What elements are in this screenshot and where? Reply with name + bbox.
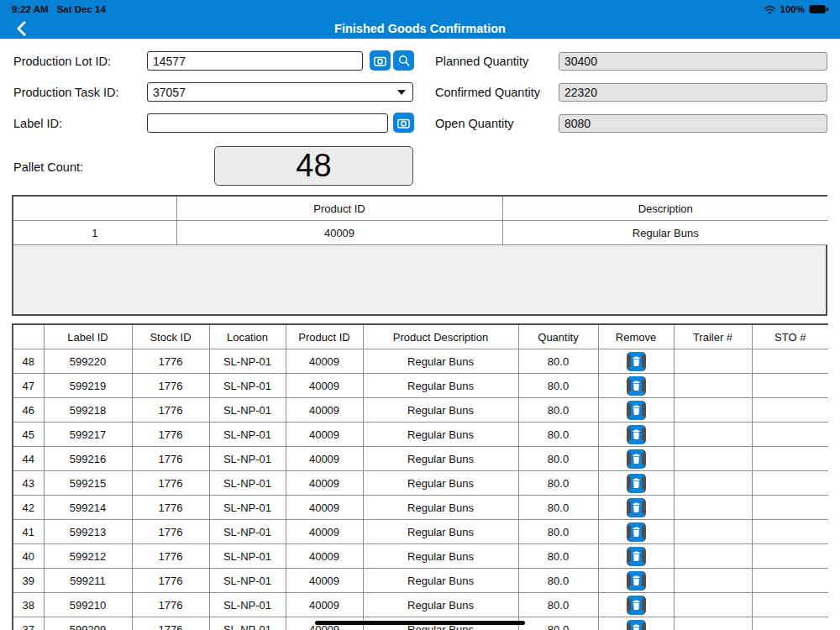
table-row[interactable]: 445992161776SL-NP-0140009Regular Buns80.… xyxy=(13,447,828,471)
product-panel-empty-area xyxy=(13,245,826,314)
column-header-description: Description xyxy=(502,197,828,221)
cell-sto xyxy=(752,496,828,520)
table-row[interactable]: 425992141776SL-NP-0140009Regular Buns80.… xyxy=(13,496,828,520)
trash-icon xyxy=(627,355,645,367)
home-indicator[interactable] xyxy=(315,621,525,625)
row-number: 39 xyxy=(13,569,44,593)
row-number: 43 xyxy=(13,471,44,496)
remove-row-button[interactable] xyxy=(627,571,646,591)
remove-row-button[interactable] xyxy=(627,376,646,396)
production-task-select[interactable]: 37057 xyxy=(147,82,413,102)
row-number: 41 xyxy=(13,520,44,544)
cell-product-description: Regular Buns xyxy=(363,544,518,569)
cell-product-description: Regular Buns xyxy=(363,447,518,471)
caret-down-icon xyxy=(397,90,406,95)
trash-icon xyxy=(627,575,645,586)
table-row[interactable]: 435992151776SL-NP-0140009Regular Buns80.… xyxy=(13,471,828,496)
production-task-value: 37057 xyxy=(153,86,186,99)
row-number: 37 xyxy=(13,617,44,630)
lot-search-button[interactable] xyxy=(393,50,414,71)
cell-trailer xyxy=(674,520,752,544)
table-row[interactable]: 475992191776SL-NP-0140009Regular Buns80.… xyxy=(13,374,828,398)
chevron-left-icon xyxy=(17,21,26,36)
remove-row-button[interactable] xyxy=(627,596,646,615)
table-row[interactable]: 385992101776SL-NP-0140009Regular Buns80.… xyxy=(13,593,828,617)
table-row[interactable]: 415992131776SL-NP-0140009Regular Buns80.… xyxy=(13,520,828,544)
cell-stock-id: 1776 xyxy=(132,423,209,447)
row-number: 45 xyxy=(13,423,44,447)
cell-sto xyxy=(752,569,828,593)
remove-row-button[interactable] xyxy=(627,425,646,444)
cell-quantity: 80.0 xyxy=(518,398,598,423)
cell-product-id: 40009 xyxy=(286,471,363,496)
confirmed-quantity-label: Confirmed Quantity xyxy=(435,86,540,99)
production-lot-input[interactable] xyxy=(147,51,363,71)
status-bar: 9:22 AM Sat Dec 14 100% xyxy=(0,0,840,18)
trash-icon xyxy=(627,526,645,538)
cell-product-description: Regular Buns xyxy=(363,496,518,520)
lot-camera-button[interactable] xyxy=(370,50,391,71)
cell-location: SL-NP-01 xyxy=(209,617,286,630)
remove-row-button[interactable] xyxy=(627,401,646,420)
cell-stock-id: 1776 xyxy=(132,374,209,398)
cell-sto xyxy=(752,471,828,496)
table-row[interactable]: 455992171776SL-NP-0140009Regular Buns80.… xyxy=(13,423,828,447)
cell-location: SL-NP-01 xyxy=(209,398,286,423)
trash-icon xyxy=(627,380,645,391)
table-row[interactable]: 485992201776SL-NP-0140009Regular Buns80.… xyxy=(13,349,828,374)
cell-location: SL-NP-01 xyxy=(209,544,286,569)
cell-location: SL-NP-01 xyxy=(209,447,286,471)
cell-quantity: 80.0 xyxy=(518,423,598,447)
product-row[interactable]: 1 40009 Regular Buns xyxy=(13,221,828,245)
cell-product-id: 40009 xyxy=(286,447,363,471)
table-row[interactable]: 405992121776SL-NP-0140009Regular Buns80.… xyxy=(13,544,828,569)
remove-cell xyxy=(598,471,674,496)
cell-trailer xyxy=(674,544,752,569)
row-number: 42 xyxy=(13,496,44,520)
planned-quantity-label: Planned Quantity xyxy=(435,55,528,68)
row-number: 46 xyxy=(13,398,44,423)
row-number: 38 xyxy=(13,593,44,617)
cell-location: SL-NP-01 xyxy=(209,569,286,593)
remove-row-button[interactable] xyxy=(627,522,646,542)
cell-stock-id: 1776 xyxy=(132,496,209,520)
cell-product-description: Regular Buns xyxy=(363,398,518,423)
cell-quantity: 80.0 xyxy=(518,496,598,520)
cell-sto xyxy=(752,374,828,398)
label-camera-button[interactable] xyxy=(393,113,414,133)
cell-trailer xyxy=(674,496,752,520)
cell-quantity: 80.0 xyxy=(518,569,598,593)
cell-trailer xyxy=(674,569,752,593)
product-row-index: 1 xyxy=(13,221,176,245)
battery-percent: 100% xyxy=(780,4,805,14)
remove-row-button[interactable] xyxy=(627,620,646,630)
table-row[interactable]: 395992111776SL-NP-0140009Regular Buns80.… xyxy=(13,569,828,593)
page-title: Finished Goods Confirmation xyxy=(334,22,506,35)
detail-table-body: 485992201776SL-NP-0140009Regular Buns80.… xyxy=(13,349,828,630)
status-time: 9:22 AM xyxy=(12,4,49,14)
remove-row-button[interactable] xyxy=(627,498,646,517)
cell-quantity: 80.0 xyxy=(518,471,598,496)
remove-row-button[interactable] xyxy=(627,474,646,493)
remove-row-button[interactable] xyxy=(627,547,646,566)
remove-cell xyxy=(598,593,674,617)
cell-stock-id: 1776 xyxy=(132,398,209,423)
product-row-description: Regular Buns xyxy=(502,221,828,245)
cell-stock-id: 1776 xyxy=(132,617,209,630)
production-task-label: Production Task ID: xyxy=(13,86,118,99)
status-date: Sat Dec 14 xyxy=(57,4,106,14)
remove-row-button[interactable] xyxy=(627,449,646,469)
remove-cell xyxy=(598,374,674,398)
confirmed-quantity-field: 22320 xyxy=(559,83,827,102)
cell-sto xyxy=(752,423,828,447)
remove-row-button[interactable] xyxy=(627,352,646,371)
cell-product-description: Regular Buns xyxy=(363,593,518,617)
column-header-product-id: Product ID xyxy=(176,197,502,221)
table-row[interactable]: 465992181776SL-NP-0140009Regular Buns80.… xyxy=(13,398,828,423)
label-id-input[interactable] xyxy=(147,113,388,133)
back-button[interactable] xyxy=(10,19,32,38)
row-number: 40 xyxy=(13,544,44,569)
pallet-detail-table-wrap[interactable]: Label ID Stock ID Location Product ID Pr… xyxy=(12,323,828,630)
cell-product-description: Regular Buns xyxy=(363,569,518,593)
cell-sto xyxy=(752,398,828,423)
